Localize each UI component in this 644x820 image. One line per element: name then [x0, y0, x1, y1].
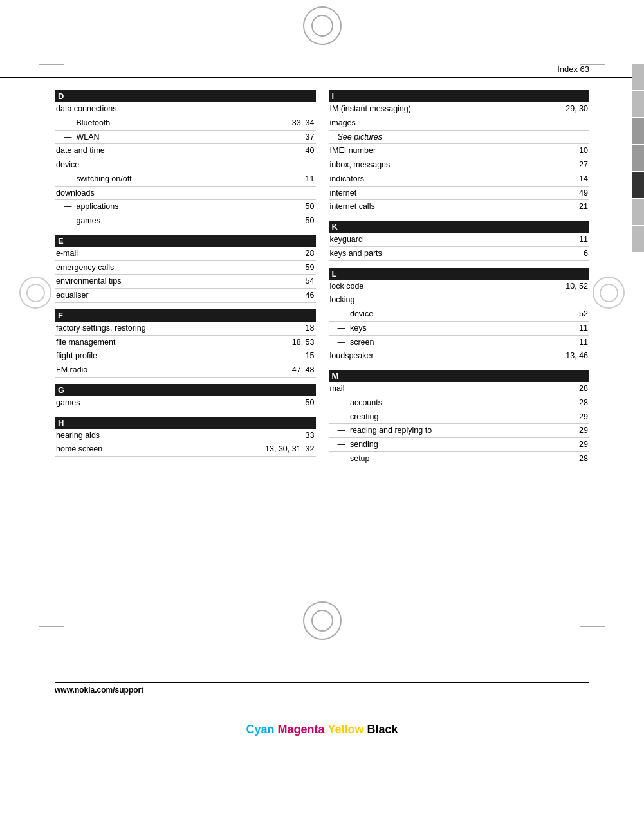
section-header-i: I: [329, 90, 590, 102]
table-row: IM (instant messaging) 29, 30: [329, 102, 590, 116]
table-row: keys and parts 6: [329, 246, 590, 260]
entry-page: 59: [278, 260, 316, 275]
entry-page: [252, 158, 315, 172]
table-row: — creating 29: [329, 410, 590, 424]
table-row: home screen 13, 30, 31, 32: [55, 442, 316, 457]
entry-term: — keys: [329, 321, 499, 335]
entry-page: [499, 293, 589, 307]
entry-term: e-mail: [55, 247, 278, 260]
table-row: device: [55, 158, 316, 172]
entry-term: FM radio: [55, 363, 260, 378]
table-row: IMEI number 10: [329, 144, 590, 158]
table-row: — accounts 28: [329, 396, 590, 410]
table-row: date and time 40: [55, 144, 316, 158]
table-row: inbox, messages 27: [329, 158, 590, 172]
entry-page: 47, 48: [260, 363, 315, 378]
entry-term: data connections: [55, 102, 252, 116]
entry-term: loudspeaker: [329, 349, 499, 363]
entry-page: 28: [564, 396, 589, 410]
color-black-label: Black: [367, 723, 398, 736]
entry-page: 29: [564, 438, 589, 452]
color-cyan-label: Cyan: [246, 723, 274, 736]
section-i-table: IM (instant messaging) 29, 30 images See…: [329, 102, 590, 214]
entry-page: 29, 30: [529, 102, 589, 116]
entry-term: date and time: [55, 144, 252, 158]
entry-term: — device: [329, 307, 499, 322]
entry-page: 33: [181, 429, 315, 442]
entry-term: inbox, messages: [329, 158, 530, 172]
entry-term: images: [329, 116, 530, 130]
entry-page: 52: [499, 307, 589, 322]
section-l-table: lock code 10, 52 locking — device 52 — k…: [329, 280, 590, 364]
table-row: lock code 10, 52: [329, 280, 590, 293]
table-row: environmental tips 54: [55, 275, 316, 289]
entry-page: 11: [252, 172, 315, 186]
side-tab-4: [632, 145, 644, 171]
table-row: hearing aids 33: [55, 429, 316, 442]
table-row: — WLAN 37: [55, 130, 316, 144]
entry-term: See pictures: [329, 130, 530, 144]
table-row: — keys 11: [329, 321, 590, 335]
entry-page: [529, 130, 589, 144]
entry-term: — games: [55, 214, 252, 228]
entry-page: 33, 34: [252, 116, 315, 130]
footer-url: www.nokia.com/support: [55, 686, 143, 695]
section-h-table: hearing aids 33 home screen 13, 30, 31, …: [55, 429, 316, 457]
table-row: e-mail 28: [55, 247, 316, 260]
entry-page: 10: [529, 144, 589, 158]
side-tabs: [632, 64, 644, 252]
section-g-table: games 50: [55, 396, 316, 410]
table-row: loudspeaker 13, 46: [329, 349, 590, 363]
entry-term: — Bluetooth: [55, 116, 252, 130]
entry-page: 28: [564, 451, 589, 466]
table-row: emergency calls 59: [55, 260, 316, 275]
section-header-h: H: [55, 417, 316, 429]
section-header-f: F: [55, 309, 316, 322]
section-header-d: D: [55, 90, 316, 102]
entry-term: internet: [329, 186, 530, 200]
entry-term: environmental tips: [55, 275, 278, 289]
entry-page: 18, 53: [260, 335, 315, 349]
entry-page: 40: [252, 144, 315, 158]
table-row: flight profile 15: [55, 349, 316, 363]
section-header-g: G: [55, 384, 316, 396]
side-tab-1: [632, 64, 644, 90]
page-header: Index 63: [0, 64, 644, 78]
table-row: factory settings, restoring 18: [55, 322, 316, 335]
circle-top-decoration: [303, 6, 342, 45]
entry-term: — applications: [55, 200, 252, 214]
entry-term: locking: [329, 293, 499, 307]
left-column: D data connections — Bluetooth 33, 34 — …: [55, 90, 316, 473]
right-column: I IM (instant messaging) 29, 30 images S…: [329, 90, 590, 473]
entry-term: — accounts: [329, 396, 564, 410]
entry-page: 49: [529, 186, 589, 200]
entry-page: 11: [544, 233, 589, 246]
entry-page: 13, 46: [499, 349, 589, 363]
section-header-m: M: [329, 370, 590, 382]
table-row: — applications 50: [55, 200, 316, 214]
footer: www.nokia.com/support: [55, 682, 589, 695]
entry-term: — setup: [329, 451, 564, 466]
side-tab-3: [632, 118, 644, 144]
entry-term: flight profile: [55, 349, 260, 363]
entry-page: 13, 30, 31, 32: [181, 442, 315, 457]
entry-term: emergency calls: [55, 260, 278, 275]
entry-page: 11: [499, 321, 589, 335]
entry-page: 11: [499, 335, 589, 349]
side-tab-7: [632, 226, 644, 252]
entry-page: 28: [278, 247, 316, 260]
entry-term: device: [55, 158, 252, 172]
table-row: — reading and replying to 29: [329, 424, 590, 438]
table-row: — screen 11: [329, 335, 590, 349]
entry-page: 29: [564, 424, 589, 438]
section-d-table: data connections — Bluetooth 33, 34 — WL…: [55, 102, 316, 228]
entry-page: 14: [529, 172, 589, 186]
entry-term: home screen: [55, 442, 181, 457]
page-title: Index 63: [557, 64, 589, 74]
entry-page: [252, 102, 315, 116]
entry-page: 27: [529, 158, 589, 172]
entry-page: 18: [260, 322, 315, 335]
section-e-table: e-mail 28 emergency calls 59 environment…: [55, 247, 316, 303]
color-magenta-label: Magenta: [277, 723, 324, 736]
table-row: — setup 28: [329, 451, 590, 466]
